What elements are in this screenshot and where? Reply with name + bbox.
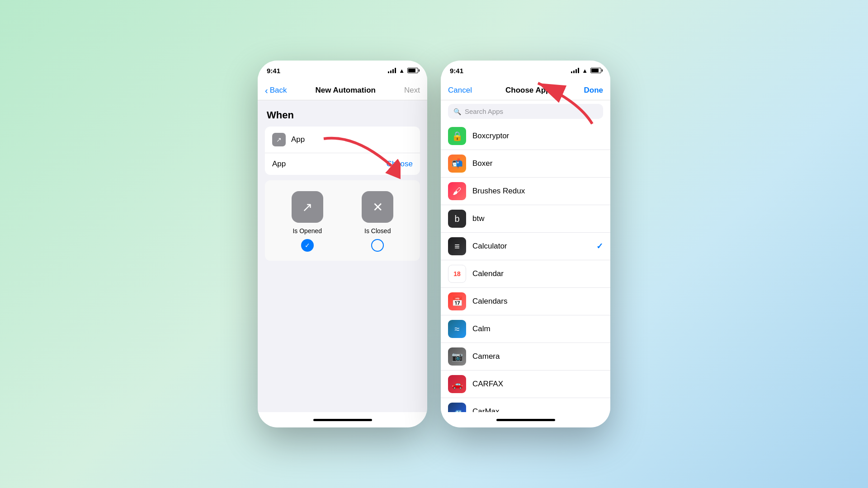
- wifi-icon-right: ▲: [582, 67, 588, 74]
- nav-title-left: New Automation: [316, 86, 376, 95]
- app-list-item[interactable]: 📅Calendars: [441, 288, 610, 315]
- cancel-button[interactable]: Cancel: [448, 86, 472, 95]
- app-name-label: Calm: [472, 324, 603, 333]
- app-list-item[interactable]: ≡Calculator✓: [441, 233, 610, 260]
- app-list-item[interactable]: 🖌Brushes Redux: [441, 178, 610, 205]
- app-icon-small: ↗: [272, 133, 286, 146]
- status-time-left: 9:41: [267, 67, 280, 75]
- left-phone-content: When ↗ App App Choose: [258, 100, 427, 412]
- back-chevron-icon: ‹: [265, 86, 268, 95]
- back-button[interactable]: ‹ Back: [265, 86, 287, 95]
- app-list-item[interactable]: 📷Camera: [441, 343, 610, 371]
- app-icon-symbol: ↗: [276, 136, 282, 143]
- app-card: ↗ App App Choose: [265, 127, 420, 175]
- home-indicator-left: [258, 412, 427, 427]
- next-button[interactable]: Next: [404, 86, 420, 95]
- app-list-item[interactable]: 🚗CARFAX: [441, 371, 610, 398]
- app-icon: 📷: [448, 347, 466, 366]
- app-name-label: Brushes Redux: [472, 187, 603, 196]
- app-name-label: Calculator: [472, 242, 596, 251]
- battery-icon-left: [407, 68, 418, 73]
- is-closed-symbol: ✕: [373, 200, 383, 215]
- signal-icon-left: [388, 68, 396, 73]
- options-card: ↗ Is Opened ✓ ✕ Is Closed: [265, 180, 420, 261]
- app-name-label: Calendar: [472, 269, 603, 278]
- app-choose-label: App: [272, 160, 386, 169]
- app-name-label: Camera: [472, 352, 603, 361]
- app-list-item[interactable]: bbtw: [441, 205, 610, 233]
- home-indicator-right: [441, 412, 610, 427]
- app-check-icon: ✓: [596, 241, 603, 251]
- done-button[interactable]: Done: [584, 86, 604, 95]
- wifi-icon-left: ▲: [399, 67, 405, 74]
- app-name-label: CarMax: [472, 407, 603, 412]
- app-name-label: CARFAX: [472, 380, 603, 389]
- app-icon: 📬: [448, 155, 466, 173]
- status-icons-right: ▲: [571, 67, 601, 74]
- when-label: When: [265, 109, 420, 121]
- is-closed-icon: ✕: [362, 191, 393, 223]
- app-icon: 🚗: [448, 375, 466, 393]
- app-row: ↗ App: [265, 127, 420, 153]
- is-closed-label: Is Closed: [364, 227, 391, 235]
- left-phone: 9:41 ▲ ‹ Back New Automation: [258, 61, 427, 427]
- is-opened-label: Is Opened: [292, 227, 322, 235]
- status-icons-left: ▲: [388, 67, 418, 74]
- battery-icon-right: [590, 68, 601, 73]
- home-bar-left: [313, 419, 372, 421]
- is-opened-radio[interactable]: ✓: [301, 239, 314, 252]
- app-list-item[interactable]: 18Calendar: [441, 260, 610, 288]
- phones-container: 9:41 ▲ ‹ Back New Automation: [258, 61, 610, 427]
- is-opened-symbol: ↗: [302, 200, 312, 215]
- nav-bar-left: ‹ Back New Automation Next: [258, 80, 427, 100]
- app-list-item[interactable]: 🔒Boxcryptor: [441, 122, 610, 150]
- app-name-label: Calendars: [472, 297, 603, 306]
- app-name-label: btw: [472, 214, 603, 223]
- app-list: 🔒Boxcryptor📬Boxer🖌Brushes Reduxbbtw≡Calc…: [441, 122, 610, 412]
- app-row-label: App: [291, 135, 413, 144]
- app-icon: b: [448, 210, 466, 228]
- app-icon: 🖌: [448, 182, 466, 200]
- app-icon: 🚙: [448, 403, 466, 412]
- choose-button[interactable]: Choose: [386, 160, 413, 169]
- is-opened-option[interactable]: ↗ Is Opened ✓: [292, 191, 323, 252]
- back-label: Back: [270, 86, 287, 95]
- status-time-right: 9:41: [450, 67, 463, 75]
- app-icon: 📅: [448, 292, 466, 310]
- app-list-item[interactable]: 📬Boxer: [441, 150, 610, 178]
- is-closed-option[interactable]: ✕ Is Closed: [362, 191, 393, 252]
- signal-icon-right: [571, 68, 579, 73]
- app-name-label: Boxer: [472, 159, 603, 168]
- app-icon: ≡: [448, 237, 466, 255]
- home-bar-right: [496, 419, 555, 421]
- is-opened-check-icon: ✓: [305, 242, 310, 249]
- app-list-item[interactable]: ≈Calm: [441, 315, 610, 343]
- is-closed-radio[interactable]: [371, 239, 384, 252]
- choose-app-title: Choose App: [505, 86, 550, 95]
- app-choose-row[interactable]: App Choose: [265, 153, 420, 175]
- search-bar[interactable]: 🔍 Search Apps: [448, 104, 603, 119]
- is-opened-icon: ↗: [292, 191, 323, 223]
- app-list-item[interactable]: 🚙CarMax: [441, 398, 610, 412]
- app-icon: ≈: [448, 320, 466, 338]
- app-name-label: Boxcryptor: [472, 131, 603, 141]
- search-icon: 🔍: [453, 108, 461, 115]
- choose-app-nav: Cancel Choose App Done: [441, 80, 610, 100]
- status-bar-left: 9:41 ▲: [258, 61, 427, 80]
- app-icon: 18: [448, 265, 466, 283]
- app-icon: 🔒: [448, 127, 466, 145]
- search-placeholder: Search Apps: [465, 108, 503, 115]
- status-bar-right: 9:41 ▲: [441, 61, 610, 80]
- right-phone: 9:41 ▲ Cancel Choose App Done �: [441, 61, 610, 427]
